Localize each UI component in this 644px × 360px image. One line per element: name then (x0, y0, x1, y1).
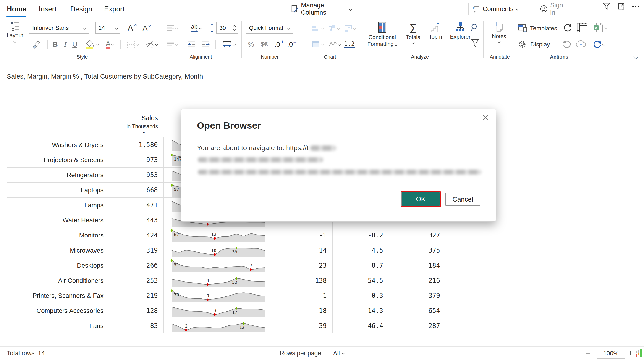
table-row[interactable]: Microwaves3193910144.5375 (7, 243, 446, 258)
customers-cell[interactable]: 654 (389, 303, 446, 318)
explorer-button[interactable]: Explorer (447, 22, 474, 40)
margin-pct-cell[interactable]: 54.5 (333, 273, 389, 288)
sparkline-cell[interactable]: 524 (164, 273, 276, 288)
table-row[interactable]: Monitors4246712-1-0.2327 (7, 228, 446, 243)
rows-per-page-select[interactable]: All (325, 348, 352, 358)
top-n-button[interactable]: Top n (425, 22, 446, 40)
margin-pct-cell[interactable]: -0.2 (333, 228, 389, 243)
sales-cell[interactable]: 1,580 (118, 137, 164, 152)
text-align-button[interactable] (165, 23, 180, 33)
subcategory-cell[interactable]: Refrigerators (7, 167, 118, 183)
margin-cell[interactable]: 14 (276, 243, 333, 258)
sparkline-cell[interactable]: 173 (164, 303, 276, 318)
subcategory-cell[interactable]: Desktops (7, 258, 118, 273)
increase-indent-button[interactable] (200, 39, 212, 49)
italic-button[interactable]: I (61, 39, 70, 49)
subcategory-cell[interactable]: Fans (7, 318, 118, 333)
sales-cell[interactable]: 668 (118, 183, 164, 198)
manage-columns-button[interactable]: Manage Columns (287, 3, 356, 15)
comments-button[interactable]: Comments (468, 3, 523, 15)
customers-cell[interactable]: 375 (389, 243, 446, 258)
sales-cell[interactable]: 319 (118, 243, 164, 258)
sign-in-button[interactable]: Sign in (536, 3, 570, 15)
subcategory-cell[interactable]: Monitors (7, 228, 118, 243)
subcategory-cell[interactable]: Lamps (7, 198, 118, 213)
chart-type-button-disabled[interactable] (310, 23, 324, 33)
sales-cell[interactable]: 83 (118, 318, 164, 333)
increase-decimal-button[interactable]: .0 + (273, 39, 285, 49)
format-painter-button[interactable] (30, 39, 42, 49)
text-wrap-button[interactable]: ab (187, 23, 205, 33)
font-size-select[interactable]: 14 (96, 22, 120, 34)
column-header-sales[interactable]: Sales (141, 114, 158, 122)
margin-cell[interactable]: 138 (276, 273, 333, 288)
search-button[interactable] (470, 23, 480, 33)
cloud-upload-button[interactable] (575, 39, 588, 49)
sparkline-cell[interactable]: 517 (164, 258, 276, 273)
more-options-icon[interactable] (631, 1, 641, 12)
column-width-button[interactable] (219, 39, 238, 49)
decrease-decimal-button[interactable]: .0 − (286, 39, 298, 49)
redo-button[interactable] (562, 39, 573, 49)
tab-home[interactable]: Home (7, 5, 26, 13)
borders-button[interactable] (124, 39, 141, 49)
zoom-out-button[interactable]: − (586, 348, 590, 358)
table-row[interactable]: Computers Accessories128173-18-14.3654 (7, 303, 446, 318)
totals-button[interactable]: ∑ Totals (402, 22, 424, 44)
undo-button[interactable] (562, 23, 573, 33)
sales-cell[interactable]: 253 (118, 273, 164, 288)
subcategory-cell[interactable]: Microwaves (7, 243, 118, 258)
table-row[interactable]: Desktops266517238.7184 (7, 258, 446, 273)
subcategory-cell[interactable]: Computers Accessories (7, 303, 118, 318)
refresh-button[interactable] (590, 39, 606, 49)
customers-cell[interactable]: 327 (389, 228, 446, 243)
sparkline-cell[interactable]: 309 (164, 288, 276, 303)
row-height-stepper[interactable]: 30 (216, 22, 238, 34)
customers-cell[interactable]: 379 (389, 288, 446, 303)
tab-insert[interactable]: Insert (39, 5, 56, 13)
sales-cell[interactable]: 219 (118, 288, 164, 303)
table-chart-button[interactable] (310, 39, 324, 49)
margin-cell[interactable]: -1 (276, 228, 333, 243)
margin-cell[interactable]: -18 (276, 303, 333, 318)
sales-cell[interactable]: 266 (118, 258, 164, 273)
sales-cell[interactable]: 471 (118, 198, 164, 213)
margin-cell[interactable]: 23 (276, 258, 333, 273)
display-button[interactable]: Display (528, 40, 553, 49)
margin-pct-cell[interactable]: -14.3 (333, 303, 389, 318)
quick-format-select[interactable]: Quick Format (246, 22, 293, 34)
shrink-font-button[interactable]: A (140, 23, 153, 33)
margin-pct-cell[interactable]: 0.3 (333, 288, 389, 303)
tab-design[interactable]: Design (70, 5, 92, 13)
sales-cell[interactable]: 128 (118, 303, 164, 318)
notes-button[interactable]: Notes (486, 22, 512, 43)
subcategory-cell[interactable]: Laptops (7, 183, 118, 198)
currency-format-button[interactable]: $€ (258, 39, 271, 49)
vertical-align-button[interactable] (165, 39, 180, 49)
underline-button[interactable]: U (70, 39, 80, 49)
sales-cell[interactable]: 424 (118, 228, 164, 243)
sales-cell[interactable]: 443 (118, 213, 164, 228)
percent-format-button[interactable]: % (246, 39, 256, 49)
layout-chart-button-disabled[interactable] (343, 23, 357, 33)
grow-font-button[interactable]: A (126, 23, 138, 33)
margin-cell[interactable]: 1 (276, 288, 333, 303)
ruler-button[interactable] (576, 22, 588, 33)
tab-export[interactable]: Export (104, 5, 124, 13)
customers-cell[interactable]: 287 (389, 318, 446, 333)
subcategory-cell[interactable]: Washers & Dryers (7, 137, 118, 152)
table-row[interactable]: Printers, Scanners & Fax21930910.3379 (7, 288, 446, 303)
sparkline-cell[interactable]: 122 (164, 318, 276, 333)
font-color-button[interactable]: A (103, 39, 117, 49)
focus-mode-icon[interactable] (616, 1, 626, 12)
conditional-formatting-button[interactable]: Conditional Formatting (364, 22, 400, 48)
subcategory-cell[interactable]: Water Heaters (7, 213, 118, 228)
subcategory-cell[interactable]: Air Conditioners (7, 273, 118, 288)
customers-cell[interactable]: 184 (389, 258, 446, 273)
table-row[interactable]: Fans83122-39-46.4287 (7, 318, 446, 333)
customers-cell[interactable]: 216 (389, 273, 446, 288)
sales-cell[interactable]: 953 (118, 167, 164, 183)
margin-cell[interactable]: -39 (276, 318, 333, 333)
sales-cell[interactable]: 973 (118, 152, 164, 167)
combo-chart-button-disabled[interactable] (327, 23, 341, 33)
